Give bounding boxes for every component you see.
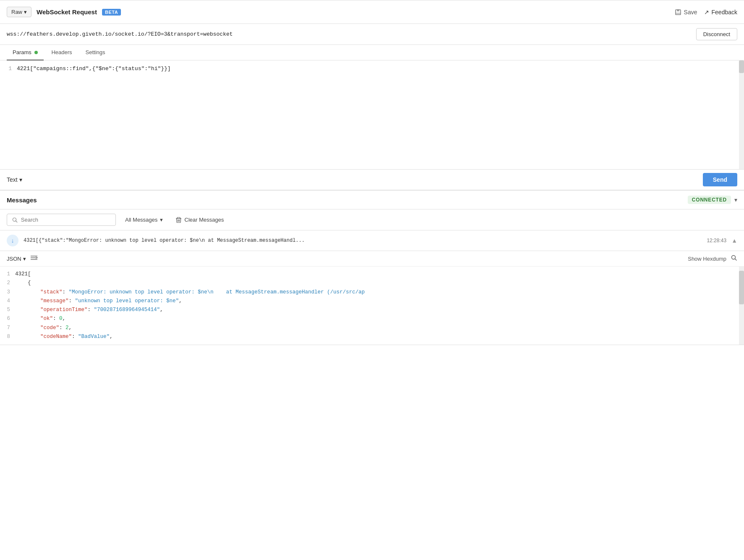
svg-rect-2: [676, 13, 680, 14]
clear-messages-button[interactable]: Clear Messages: [172, 214, 227, 226]
feedback-label: Feedback: [712, 9, 737, 16]
show-hexdump-button[interactable]: Show Hexdump: [688, 256, 726, 262]
json-line-1: 4321[: [15, 270, 736, 279]
clear-messages-label: Clear Messages: [184, 217, 224, 223]
editor-footer: Text ▾ Send: [0, 170, 744, 191]
raw-label: Raw: [11, 9, 22, 15]
message-content: 4321[{"stack":"MongoError: unknown top l…: [24, 238, 702, 243]
svg-line-4: [16, 221, 17, 222]
tab-params[interactable]: Params: [7, 45, 44, 60]
toolbar: Raw ▾ WebSocket Request BETA Save ↗ Feed…: [0, 0, 744, 24]
search-input[interactable]: [21, 217, 110, 223]
toolbar-right: Save ↗ Feedback: [675, 9, 737, 16]
messages-toolbar: All Messages ▾ Clear Messages: [0, 209, 744, 230]
raw-chevron: ▾: [24, 9, 27, 15]
json-viewer: JSON ▾ Show Hexdump: [0, 251, 744, 345]
svg-line-13: [735, 259, 737, 261]
json-scrollbar-thumb: [739, 271, 744, 304]
json-line-3: "stack": "MongoError: unknown top level …: [15, 288, 736, 297]
editor-inner: 1 4221["campaigns::find",{"$ne":{"status…: [0, 60, 744, 161]
tab-headers[interactable]: Headers: [45, 45, 78, 60]
wrap-lines-icon[interactable]: [30, 255, 38, 262]
message-expand-icon[interactable]: ▲: [731, 237, 737, 244]
json-line-4: "message": "unknown top level operator: …: [15, 297, 736, 306]
trash-icon: [176, 217, 182, 223]
json-dropdown-chevron: ▾: [23, 256, 26, 262]
json-line-7: "code": 2,: [15, 324, 736, 332]
message-timestamp: 12:28:43: [707, 238, 726, 243]
json-toolbar: JSON ▾ Show Hexdump: [0, 251, 744, 267]
text-type-label: Text: [7, 176, 18, 183]
url-bar: wss://feathers.develop.giveth.io/socket.…: [0, 24, 744, 45]
editor-line-numbers: 1: [0, 65, 17, 156]
save-button[interactable]: Save: [675, 9, 697, 16]
json-content: 1 2 3 4 5 6 7 8 4321[ { "stack": "MongoE…: [0, 267, 744, 345]
save-label: Save: [684, 9, 697, 16]
websocket-url: wss://feathers.develop.giveth.io/socket.…: [7, 31, 693, 37]
save-icon: [675, 9, 681, 16]
search-icon: [12, 217, 18, 223]
feedback-button[interactable]: ↗ Feedback: [704, 9, 737, 16]
all-messages-chevron: ▾: [160, 217, 163, 223]
raw-button[interactable]: Raw ▾: [7, 7, 31, 17]
editor-scrollbar[interactable]: [739, 60, 744, 169]
json-line-8: "codeName": "BadValue",: [15, 332, 736, 341]
json-line-5: "operationTime": "7002871689964945414",: [15, 306, 736, 314]
text-type-dropdown[interactable]: Text ▾: [7, 176, 22, 183]
message-direction-icon: ↓: [7, 235, 18, 246]
json-toolbar-right: Show Hexdump: [688, 254, 737, 263]
all-messages-dropdown[interactable]: All Messages ▾: [121, 214, 167, 225]
messages-section: Messages CONNECTED ▾ All Messages ▾: [0, 191, 744, 345]
json-search-icon: [731, 254, 737, 261]
json-format-label: JSON: [7, 256, 21, 262]
ws-request-title: WebSocket Request: [37, 8, 97, 16]
json-scrollbar[interactable]: [739, 267, 744, 345]
message-row[interactable]: ↓ 4321[{"stack":"MongoError: unknown top…: [0, 230, 744, 251]
disconnect-button[interactable]: Disconnect: [696, 28, 737, 40]
feedback-arrow-icon: ↗: [704, 9, 709, 16]
json-line-2: {: [15, 279, 736, 288]
all-messages-label: All Messages: [125, 217, 157, 223]
messages-collapse-icon[interactable]: ▾: [734, 196, 737, 203]
svg-rect-1: [677, 10, 679, 11]
beta-badge: BETA: [102, 9, 121, 16]
tab-settings[interactable]: Settings: [80, 45, 111, 60]
json-search-button[interactable]: [731, 254, 737, 263]
connected-badge: CONNECTED: [688, 196, 731, 204]
editor-container: 1 4221["campaigns::find",{"$ne":{"status…: [0, 60, 744, 170]
text-dropdown-chevron: ▾: [19, 176, 22, 183]
tabs-bar: Params Headers Settings: [0, 45, 744, 60]
json-lines: 4321[ { "stack": "MongoError: unknown to…: [15, 270, 744, 341]
editor-scrollbar-thumb: [739, 60, 744, 73]
json-line-numbers: 1 2 3 4 5 6 7 8: [0, 270, 15, 341]
json-line-6: "ok": 0,: [15, 314, 736, 323]
messages-header: Messages CONNECTED ▾: [0, 191, 744, 209]
messages-title: Messages: [7, 196, 37, 204]
params-dot: [34, 51, 38, 54]
search-box: [7, 214, 116, 226]
send-button[interactable]: Send: [703, 173, 737, 186]
json-format-dropdown[interactable]: JSON ▾: [7, 256, 26, 262]
editor-code[interactable]: 4221["campaigns::find",{"$ne":{"status":…: [17, 65, 744, 156]
